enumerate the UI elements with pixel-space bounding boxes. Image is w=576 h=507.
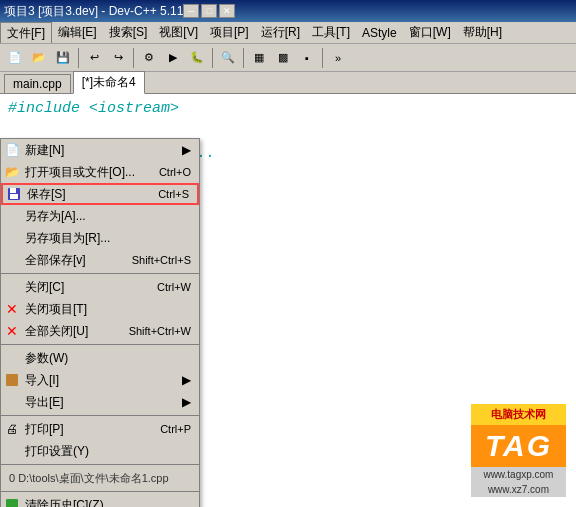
tb-save-button[interactable]: 💾 (52, 47, 74, 69)
svg-rect-3 (6, 374, 18, 386)
menu-open-item[interactable]: 📂 打开项目或文件[O]... Ctrl+O (1, 161, 199, 183)
menu-printsetup-item[interactable]: 打印设置(Y) (1, 440, 199, 462)
import-arrow-icon: ▶ (172, 373, 191, 387)
menu-recentfile-item[interactable]: 0 D:\tools\桌面\文件\未命名1.cpp (1, 467, 199, 489)
menu-tools[interactable]: 工具[T] (306, 22, 356, 43)
print-icon: 🖨 (3, 422, 21, 436)
menu-print-item[interactable]: 🖨 打印[P] Ctrl+P (1, 418, 199, 440)
title-bar: 项目3 [项目3.dev] - Dev-C++ 5.11 ─ □ ✕ (0, 0, 576, 22)
menu-saveas-item[interactable]: 另存为[A]... (1, 205, 199, 227)
toolbar-sep5 (322, 48, 323, 68)
menu-save-item[interactable]: 保存[S] Ctrl+S (1, 183, 199, 205)
tb-grid1-button[interactable]: ▦ (248, 47, 270, 69)
save-icon (5, 187, 23, 201)
main-area: #include <iostream> /* run this program … (0, 94, 576, 507)
menu-sep3 (1, 415, 199, 416)
export-arrow-icon: ▶ (172, 395, 191, 409)
menu-astyle[interactable]: AStyle (356, 22, 403, 43)
new-icon: 📄 (3, 143, 21, 157)
menu-project[interactable]: 项目[P] (204, 22, 255, 43)
title-bar-buttons: ─ □ ✕ (183, 4, 235, 18)
menu-window[interactable]: 窗口[W] (403, 22, 457, 43)
clear-icon (3, 498, 21, 507)
tb-grid2-button[interactable]: ▩ (272, 47, 294, 69)
svg-rect-1 (10, 188, 16, 193)
toolbar: 📄 📂 💾 ↩ ↪ ⚙ ▶ 🐛 🔍 ▦ ▩ ▪ » (0, 44, 576, 72)
svg-rect-2 (10, 194, 18, 199)
menu-import-item[interactable]: 导入[I] ▶ (1, 369, 199, 391)
tb-new-button[interactable]: 📄 (4, 47, 26, 69)
tb-undo-button[interactable]: ↩ (83, 47, 105, 69)
title-bar-text: 项目3 [项目3.dev] - Dev-C++ 5.11 (4, 3, 183, 20)
tb-open-button[interactable]: 📂 (28, 47, 50, 69)
tb-more-button[interactable]: » (327, 47, 349, 69)
tb-search-button[interactable]: 🔍 (217, 47, 239, 69)
toolbar-sep4 (243, 48, 244, 68)
tab-unnamed4[interactable]: [*]未命名4 (73, 71, 145, 94)
tb-debug-button[interactable]: 🐛 (186, 47, 208, 69)
menu-sep1 (1, 273, 199, 274)
menu-file[interactable]: 文件[F] (0, 22, 52, 43)
menu-view[interactable]: 视图[V] (153, 22, 204, 43)
import-icon (3, 373, 21, 387)
tb-run-button[interactable]: ▶ (162, 47, 184, 69)
menu-close-item[interactable]: 关闭[C] Ctrl+W (1, 276, 199, 298)
toolbar-sep3 (212, 48, 213, 68)
tb-compile-button[interactable]: ⚙ (138, 47, 160, 69)
menu-saveasother-item[interactable]: 另存项目为[R]... (1, 227, 199, 249)
close-button[interactable]: ✕ (219, 4, 235, 18)
close-all-icon: ✕ (3, 323, 21, 339)
menu-edit[interactable]: 编辑[E] (52, 22, 103, 43)
menu-help[interactable]: 帮助[H] (457, 22, 508, 43)
maximize-button[interactable]: □ (201, 4, 217, 18)
menu-params-item[interactable]: 参数(W) (1, 347, 199, 369)
menu-closeall-item[interactable]: ✕ 全部关闭[U] Shift+Ctrl+W (1, 320, 199, 342)
new-arrow-icon: ▶ (172, 143, 191, 157)
open-icon: 📂 (3, 165, 21, 179)
menu-bar: 文件[F] 编辑[E] 搜索[S] 视图[V] 项目[P] 运行[R] 工具[T… (0, 22, 576, 44)
toolbar-sep1 (78, 48, 79, 68)
file-dropdown: 📄 新建[N] ▶ 📂 打开项目或文件[O]... Ctrl+O 保存[S] C… (0, 138, 200, 507)
menu-sep2 (1, 344, 199, 345)
close-project-icon: ✕ (3, 301, 21, 317)
menu-search[interactable]: 搜索[S] (103, 22, 154, 43)
tb-redo-button[interactable]: ↪ (107, 47, 129, 69)
menu-new-item[interactable]: 📄 新建[N] ▶ (1, 139, 199, 161)
toolbar-sep2 (133, 48, 134, 68)
menu-saveall-item[interactable]: 全部保存[v] Shift+Ctrl+S (1, 249, 199, 271)
file-menu: 📄 新建[N] ▶ 📂 打开项目或文件[O]... Ctrl+O 保存[S] C… (0, 138, 200, 507)
menu-sep5 (1, 491, 199, 492)
menu-clearhistory-item[interactable]: 清除历史[C](Z) (1, 494, 199, 507)
menu-run[interactable]: 运行[R] (255, 22, 306, 43)
tab-main-cpp[interactable]: main.cpp (4, 74, 71, 93)
menu-sep4 (1, 464, 199, 465)
menu-export-item[interactable]: 导出[E] ▶ (1, 391, 199, 413)
tab-bar: main.cpp [*]未命名4 (0, 72, 576, 94)
tb-grid3-button[interactable]: ▪ (296, 47, 318, 69)
code-line-1: #include <iostream> (8, 98, 568, 121)
menu-closeproject-item[interactable]: ✕ 关闭项目[T] (1, 298, 199, 320)
svg-rect-4 (6, 499, 18, 507)
minimize-button[interactable]: ─ (183, 4, 199, 18)
